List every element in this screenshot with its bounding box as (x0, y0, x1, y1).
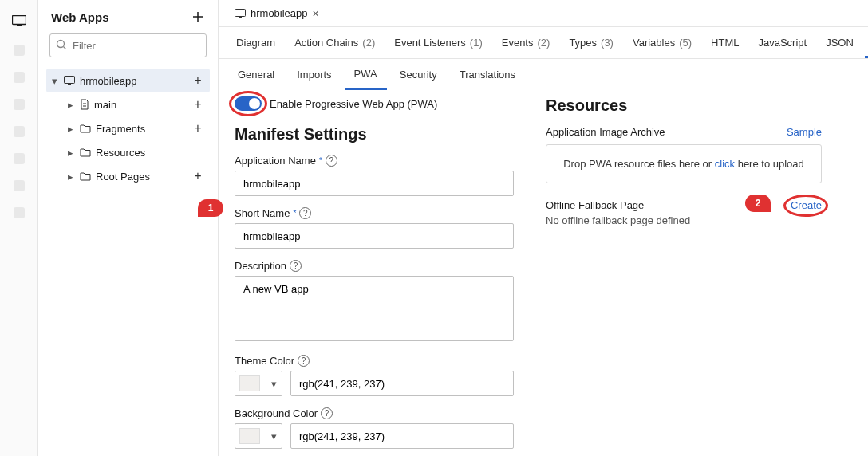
rail-placeholder-icon[interactable] (14, 72, 25, 83)
editor-tabbar: hrmobileapp × (219, 0, 868, 27)
background-color-input[interactable] (290, 423, 514, 449)
svg-rect-1 (17, 25, 22, 26)
folder-icon (80, 171, 91, 181)
color-swatch (239, 428, 260, 444)
tree-label: main (94, 99, 184, 111)
tree-item-main[interactable]: ▸ main + (62, 92, 210, 116)
tab-event-listeners[interactable]: Event Listeners(1) (386, 27, 491, 58)
caret-right-icon: ▸ (65, 147, 75, 159)
tree-item-resources[interactable]: ▸ Resources (62, 140, 210, 164)
chevron-down-icon: ▾ (271, 378, 277, 390)
tab-settings[interactable]: Settings (865, 27, 868, 58)
callout-badge-1: 1 (198, 199, 223, 217)
tree-label: hrmobileapp (80, 75, 184, 87)
editor-tab-label: hrmobileapp (251, 7, 308, 19)
help-icon[interactable]: ? (298, 355, 310, 367)
add-webapp-button[interactable] (189, 8, 207, 26)
inspector-tabs: Diagram Action Chains(2) Event Listeners… (219, 27, 868, 59)
add-child-button[interactable]: + (189, 120, 207, 137)
sample-link[interactable]: Sample (787, 126, 822, 138)
svg-rect-5 (235, 9, 246, 16)
offline-description: No offline fallback page defined (546, 214, 822, 226)
settings-tab-pwa[interactable]: PWA (345, 59, 387, 91)
resources-heading: Resources (546, 96, 822, 115)
svg-rect-3 (65, 77, 75, 84)
svg-point-2 (57, 41, 65, 48)
app-name-input[interactable] (235, 171, 514, 196)
enable-pwa-label: Enable Progressive Web App (PWA) (270, 98, 437, 110)
editor-tab[interactable]: hrmobileapp × (227, 0, 327, 26)
add-child-button[interactable]: + (189, 167, 207, 185)
offline-label: Offline Fallback Page (546, 199, 644, 211)
color-swatch (239, 375, 260, 391)
svg-rect-4 (68, 84, 71, 85)
theme-color-input[interactable] (290, 371, 514, 396)
caret-right-icon: ▸ (65, 99, 75, 111)
chevron-down-icon: ▾ (271, 430, 277, 442)
tab-diagram[interactable]: Diagram (228, 27, 283, 58)
app-name-label: Application Name (235, 155, 316, 167)
short-name-label: Short Name (235, 207, 290, 219)
rail-placeholder-icon[interactable] (14, 207, 25, 218)
create-link[interactable]: Create (791, 199, 822, 211)
required-indicator: * (319, 156, 322, 165)
tab-types[interactable]: Types(3) (561, 27, 621, 58)
tab-javascript[interactable]: JavaScript (750, 27, 815, 58)
close-icon[interactable]: × (313, 7, 319, 20)
rail-placeholder-icon[interactable] (14, 99, 25, 110)
callout-badge-2: 2 (745, 195, 771, 212)
manifest-heading: Manifest Settings (235, 125, 514, 143)
settings-tab-imports[interactable]: Imports (287, 59, 341, 91)
svg-rect-0 (12, 16, 26, 25)
archive-label: Application Image Archive (546, 126, 665, 138)
help-icon[interactable]: ? (321, 407, 333, 419)
short-name-input[interactable] (235, 223, 514, 249)
settings-subtabs: General Imports PWA Security Translation… (219, 59, 868, 91)
theme-color-picker[interactable]: ▾ (235, 371, 282, 396)
flow-icon (80, 99, 89, 110)
help-icon[interactable]: ? (326, 155, 337, 167)
tree-label: Fragments (96, 123, 184, 135)
tab-html[interactable]: HTML (703, 27, 747, 58)
folder-icon (80, 147, 91, 157)
caret-right-icon: ▸ (65, 123, 75, 135)
rail-placeholder-icon[interactable] (14, 126, 25, 137)
rail-placeholder-icon[interactable] (14, 153, 25, 164)
help-icon[interactable]: ? (290, 260, 302, 272)
tree-label: Resources (96, 147, 207, 159)
monitor-icon (64, 76, 75, 85)
enable-pwa-toggle[interactable] (235, 96, 262, 111)
left-rail (0, 0, 38, 456)
sidebar-title: Web Apps (51, 10, 109, 24)
tree-item-fragments[interactable]: ▸ Fragments + (62, 116, 210, 140)
add-child-button[interactable]: + (189, 96, 207, 113)
tree-item-app[interactable]: ▾ hrmobileapp + (46, 69, 210, 92)
background-color-label: Background Color (235, 407, 318, 419)
webapps-rail-icon[interactable] (11, 13, 27, 29)
tab-variables[interactable]: Variables(5) (625, 27, 700, 58)
rail-placeholder-icon[interactable] (14, 180, 25, 191)
settings-tab-translations[interactable]: Translations (450, 59, 525, 91)
settings-tab-general[interactable]: General (228, 59, 284, 91)
tree-item-rootpages[interactable]: ▸ Root Pages + (62, 164, 210, 188)
search-icon (56, 39, 67, 50)
caret-down-icon: ▾ (49, 75, 59, 87)
theme-color-label: Theme Color (235, 355, 294, 367)
filter-input[interactable] (49, 33, 207, 57)
background-color-picker[interactable]: ▾ (235, 423, 282, 449)
folder-icon (80, 124, 91, 133)
description-input[interactable]: A new VB app (235, 276, 514, 341)
sidebar: Web Apps ▾ hrmobileapp + ▸ (38, 0, 219, 456)
tab-action-chains[interactable]: Action Chains(2) (286, 27, 383, 58)
description-label: Description (235, 260, 286, 272)
rail-placeholder-icon[interactable] (14, 45, 25, 56)
required-indicator: * (293, 209, 296, 218)
tab-json[interactable]: JSON (818, 27, 862, 58)
help-icon[interactable]: ? (299, 207, 311, 219)
upload-click-link[interactable]: click (715, 158, 735, 170)
add-child-button[interactable]: + (189, 72, 207, 89)
dropzone[interactable]: Drop PWA resource files here or click he… (546, 144, 822, 183)
settings-tab-security[interactable]: Security (390, 59, 447, 91)
tab-events[interactable]: Events(2) (494, 27, 558, 58)
main-content: hrmobileapp × Diagram Action Chains(2) E… (219, 0, 868, 456)
